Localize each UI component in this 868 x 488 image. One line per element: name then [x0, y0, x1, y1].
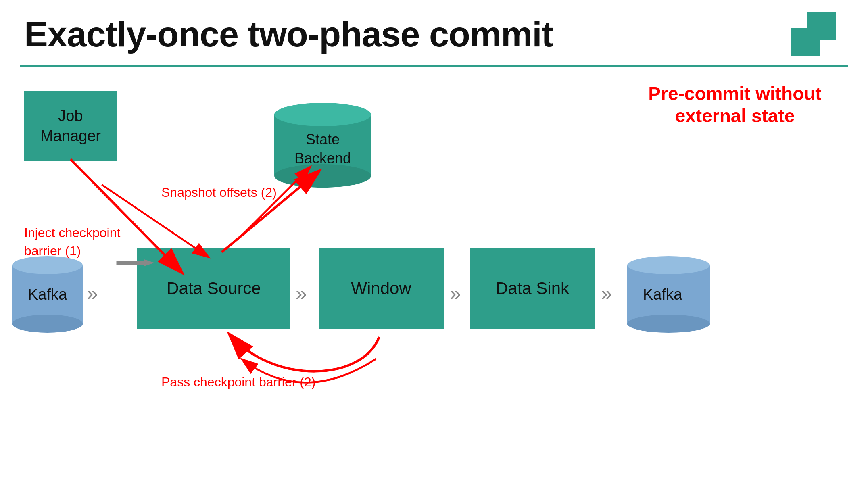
precommit-label: Pre-commit without external state — [634, 83, 836, 127]
diagram-content: Pre-commit without external state JobMan… — [0, 67, 868, 482]
state-backend-label: StateBackend — [294, 131, 351, 167]
logo-icon — [791, 12, 836, 56]
snapshot-offsets-annotation: Snapshot offsets (2) — [161, 184, 277, 202]
kafka-left-cylinder: Kafka — [12, 256, 83, 333]
data-sink-box: Data Sink — [470, 248, 595, 329]
kafka-left-label: Kafka — [28, 286, 67, 303]
window-box: Window — [319, 248, 444, 329]
logo — [791, 12, 836, 56]
page-title: Exactly-once two-phase commit — [24, 14, 553, 55]
pass-checkpoint-annotation: Pass checkpoint barrier (2) — [161, 373, 315, 391]
arrow-kafka-to-datasource: » — [87, 282, 96, 305]
arrow-datasource-to-window: » — [296, 282, 305, 305]
state-backend-cylinder: StateBackend — [274, 103, 371, 188]
header: Exactly-once two-phase commit — [0, 0, 868, 65]
arrow-datasink-to-kafka-right: » — [601, 282, 610, 305]
arrow-window-to-datasink: » — [450, 282, 459, 305]
data-source-label: Data Source — [167, 279, 261, 298]
data-source-box: Data Source — [137, 248, 290, 329]
job-manager-label: JobManager — [40, 106, 101, 146]
data-sink-label: Data Sink — [496, 279, 569, 298]
inject-checkpoint-annotation: Inject checkpointbarrier (1) — [24, 224, 120, 260]
kafka-right-label: Kafka — [643, 286, 682, 303]
job-manager-box: JobManager — [24, 91, 117, 161]
window-label: Window — [351, 279, 411, 298]
kafka-right-cylinder: Kafka — [627, 256, 698, 333]
